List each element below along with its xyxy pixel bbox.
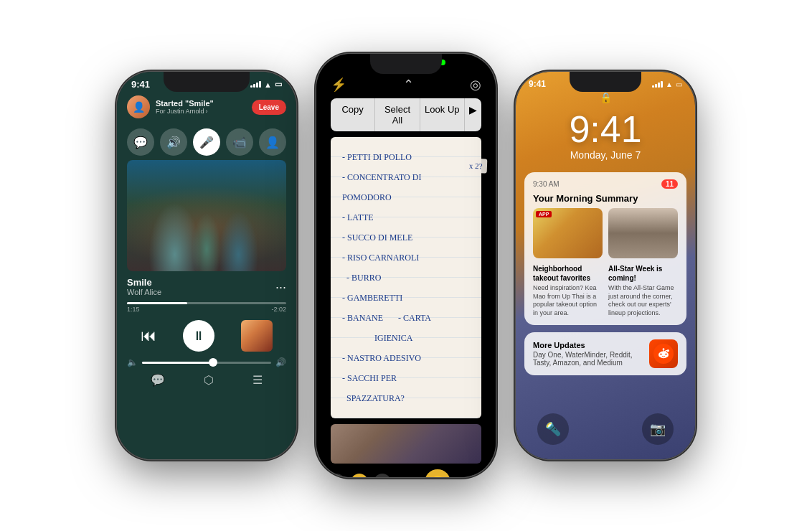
rewind-button[interactable]: ⏮: [141, 326, 156, 345]
context-menu: Copy Select All Look Up ▶: [331, 98, 481, 131]
airplay-button[interactable]: ⬡: [204, 373, 214, 387]
note-line-2: - CONCENTRATO DI POMODORO: [342, 167, 470, 207]
lock-signal-3: [658, 83, 660, 88]
avatar-image: 👤: [127, 95, 150, 118]
signal-bar-2: [253, 84, 255, 88]
progress-track: [127, 302, 286, 304]
song-details: Smile Wolf Alice: [127, 277, 161, 296]
notif-header: 9:30 AM 11: [533, 179, 678, 189]
signal-bar-3: [256, 83, 258, 88]
note-line-8: - BANANE - CARTA: [342, 308, 470, 328]
status-icons: ▲ ▭: [250, 80, 282, 89]
emoji-button[interactable]: 🙂: [425, 469, 450, 477]
news-articles: Neighborhood takeout favorites Need insp…: [533, 264, 678, 318]
battery-icon: ▭: [275, 80, 282, 89]
note-text: - PETTI DI POLLO - CONCENTRATO DI POMODO…: [342, 147, 470, 408]
counter-dot-2[interactable]: 2: [374, 474, 391, 477]
lock-signal-4: [661, 81, 663, 88]
camera-button[interactable]: 📹: [226, 128, 253, 156]
volume-fill: [142, 362, 213, 364]
pause-button[interactable]: ⏸: [183, 320, 214, 352]
note-line-1: - PETTI DI POLLO: [342, 147, 470, 167]
more-updates-card[interactable]: More Updates Day One, WaterMinder, Reddi…: [524, 332, 686, 375]
counter-dot-1[interactable]: ⊙: [328, 474, 345, 477]
chat-button[interactable]: 💬: [127, 128, 154, 156]
photo-strip: [331, 424, 481, 464]
svg-point-5: [663, 348, 665, 350]
note-line-7: - GAMBERETTI: [342, 288, 470, 308]
news-article-2: All-Star Week is coming! With the All-St…: [608, 264, 678, 318]
lock-signal-2: [655, 84, 657, 88]
phone-1-facetime-music: 9:41 ▲ ▭ 👤 Started: [117, 72, 296, 459]
lock-status-time: 9:41: [529, 79, 546, 89]
lock-signal-icon: [652, 81, 663, 88]
volume-control[interactable]: 🔈 🔊: [117, 356, 296, 369]
look-up-menu-item[interactable]: Look Up: [420, 98, 465, 131]
status-time: 9:41: [131, 79, 150, 90]
more-options-button[interactable]: ···: [275, 281, 286, 293]
more-updates-body: Day One, WaterMinder, Reddit, Tasty, Ama…: [533, 351, 642, 367]
wifi-icon: ▲: [264, 80, 272, 89]
lock-status-icons: ▲ ▭: [652, 80, 682, 88]
sport-image: [608, 208, 678, 258]
lyrics-button[interactable]: 💬: [151, 373, 165, 387]
volume-high-icon: 🔊: [275, 357, 286, 367]
chevron-up-icon[interactable]: ⌃: [403, 77, 414, 93]
morning-summary-notification[interactable]: 9:30 AM 11 Your Morning Summary APP Neig…: [524, 172, 686, 325]
flashlight-button[interactable]: 🔦: [537, 413, 569, 445]
phone3-screen: 9:41 ▲ ▭ 🔒 9:41 Monday, June 7: [516, 72, 695, 459]
notch: [164, 72, 250, 92]
news-body-1: Need inspiration? Kea Mao from Up Thai i…: [533, 284, 603, 318]
notch-p3: [570, 72, 641, 92]
leave-button[interactable]: Leave: [252, 100, 286, 115]
album-art: [127, 160, 286, 271]
signal-bar-4: [259, 81, 261, 88]
song-title: Smile: [127, 277, 161, 288]
album-art-image: [127, 160, 286, 271]
notif-badge: 11: [661, 179, 678, 189]
lock-wifi-icon: ▲: [666, 80, 673, 88]
volume-low-icon: 🔈: [127, 357, 138, 367]
lock-date: Monday, June 7: [516, 149, 695, 161]
news-headline-2: All-Star Week is coming!: [608, 264, 678, 283]
chevron-right-icon: ›: [206, 108, 208, 115]
note-line-11: - SACCHI PER: [342, 368, 470, 388]
queue-button[interactable]: ☰: [252, 373, 263, 387]
camera-shortcut-button[interactable]: 📷: [642, 413, 674, 445]
notif-title: Your Morning Summary: [533, 193, 678, 204]
signal-bar-1: [250, 85, 252, 88]
facetime-controls: 💬 🔊 🎤 📹 👤: [117, 124, 296, 160]
note-line-6: - BURRO: [342, 268, 470, 288]
speaker-button[interactable]: 🔊: [160, 128, 187, 156]
food-thumbnail: APP: [533, 208, 603, 258]
more-updates-text: More Updates Day One, WaterMinder, Reddi…: [533, 341, 642, 367]
playback-controls: ⏮ ⏸: [117, 316, 296, 356]
volume-track: [142, 362, 271, 364]
lock-bottom-controls: 🔦 📷: [516, 413, 695, 445]
counter-dot-1x[interactable]: 1x: [351, 474, 368, 477]
time-remaining: -2:02: [271, 306, 286, 313]
phone1-screen: 9:41 ▲ ▭ 👤 Started: [117, 72, 296, 459]
mic-button[interactable]: 🎤: [193, 128, 220, 156]
select-all-menu-item[interactable]: Select All: [375, 98, 420, 131]
counter-dots: ⊙ 1x 2: [328, 474, 391, 477]
copy-menu-item[interactable]: Copy: [331, 98, 375, 131]
song-artist: Wolf Alice: [127, 288, 161, 296]
reddit-icon: [649, 339, 678, 368]
flash-icon[interactable]: ⚡: [331, 77, 346, 93]
progress-fill: [127, 302, 187, 304]
more-menu-button[interactable]: ▶: [465, 98, 481, 131]
settings-icon[interactable]: ◎: [470, 77, 481, 93]
note-line-10: - NASTRO ADESIVO: [342, 348, 470, 368]
lock-time-display: 9:41 Monday, June 7: [516, 106, 695, 165]
progress-bar[interactable]: 1:15 -2:02: [117, 299, 296, 316]
more-updates-title: More Updates: [533, 341, 642, 349]
person-add-button[interactable]: 👤: [259, 128, 286, 156]
facetime-info: Started "Smile" For Justin Arnold ›: [156, 99, 246, 115]
facetime-subtitle: For Justin Arnold ›: [156, 108, 246, 115]
signal-icon: [250, 81, 261, 88]
svg-point-3: [665, 353, 666, 354]
phone2-screen: ⚡ ⌃ ◎ Copy Select All Look Up ▶ - PETTI …: [316, 54, 496, 477]
photo-strip-image: [331, 424, 481, 464]
lock-time-big: 9:41: [516, 111, 695, 148]
